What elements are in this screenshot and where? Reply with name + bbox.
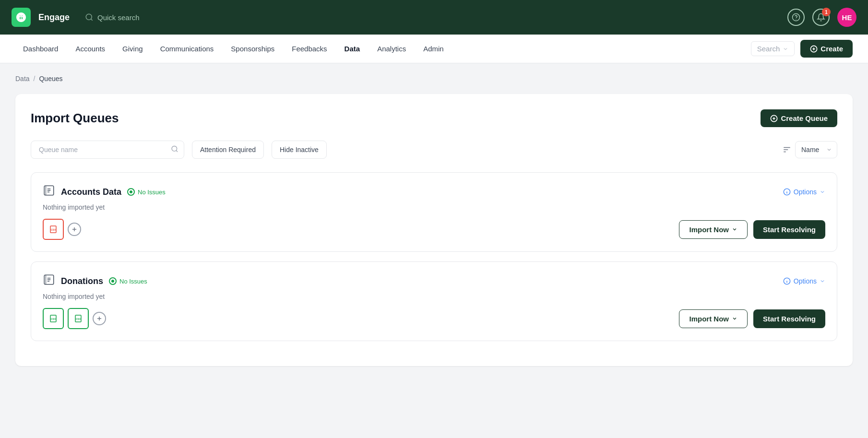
queue-accounts-status: No Issues: [127, 188, 166, 196]
nav-item-giving[interactable]: Giving: [115, 41, 151, 57]
content-area: Data / Queues Import Queues Create Queue…: [0, 63, 868, 378]
hide-inactive-button[interactable]: Hide Inactive: [272, 141, 327, 159]
sort-wrap: Name: [783, 141, 837, 158]
queue-accounts-title-row: Accounts Data No Issues: [43, 184, 166, 200]
plus-circle-icon-2: [770, 115, 778, 122]
svg-text:CSV: CSV: [76, 318, 81, 320]
plus-icon: [71, 226, 78, 233]
add-file-button-accounts[interactable]: [68, 223, 81, 236]
chevron-down-accounts: [820, 189, 825, 195]
accounts-data-icon: [43, 184, 55, 200]
queue-accounts-status-label: No Issues: [138, 189, 166, 196]
queue-donations-title-row: Donations No Issues: [43, 273, 147, 289]
app-name: Engage: [38, 12, 70, 23]
queue-accounts-actions: Import Now Start Resolving: [679, 220, 825, 239]
plus-circle-icon: [810, 45, 818, 53]
notifications-button[interactable]: 1: [812, 9, 830, 26]
queue-donations-options-label: Options: [794, 277, 817, 285]
queue-item-accounts: Accounts Data No Issues Options Nothing …: [31, 172, 837, 252]
info-icon-donations: [783, 277, 791, 285]
notification-badge: 1: [822, 8, 831, 16]
queue-accounts-options-label: Options: [794, 188, 817, 196]
sort-select[interactable]: Name: [795, 141, 837, 158]
queue-donations-status-label: No Issues: [119, 278, 147, 285]
svg-point-0: [86, 14, 92, 20]
import-now-button-accounts[interactable]: Import Now: [679, 220, 748, 239]
status-dot-donations: [109, 277, 117, 285]
status-dot-accounts: [127, 188, 135, 196]
nav-item-sponsorships[interactable]: Sponsorships: [223, 41, 282, 57]
queue-donations-nothing: Nothing imported yet: [43, 293, 825, 300]
quick-search[interactable]: Quick search: [85, 13, 780, 22]
queue-search-wrap: [31, 141, 184, 159]
svg-line-1: [91, 19, 93, 20]
chevron-down-import-donations: [732, 316, 737, 321]
queue-donations-actions: Import Now Start Resolving: [679, 309, 825, 328]
status-dot-inner-accounts: [130, 190, 132, 193]
chevron-down-import-accounts: [732, 226, 737, 232]
csv-file-donations-1[interactable]: CSV: [43, 308, 64, 329]
info-icon-accounts: [783, 188, 791, 196]
queue-donations-footer: CSV CSV Import Now Start Resolving: [43, 308, 825, 329]
queue-accounts-name: Accounts Data: [61, 187, 121, 197]
queue-accounts-options[interactable]: Options: [783, 188, 825, 196]
queue-search-input[interactable]: [31, 141, 184, 159]
topbar: Engage Quick search 1 HE: [0, 0, 868, 35]
search-icon-2: [171, 145, 178, 153]
queue-donations-files: CSV CSV: [43, 308, 106, 329]
page-card: Import Queues Create Queue Attention Req…: [15, 94, 853, 366]
csv-file-donations-2[interactable]: CSV: [68, 308, 89, 329]
nav-item-data[interactable]: Data: [337, 41, 368, 57]
nav-item-feedbacks[interactable]: Feedbacks: [284, 41, 334, 57]
svg-point-10: [172, 146, 177, 152]
nav-item-analytics[interactable]: Analytics: [369, 41, 414, 57]
add-file-button-donations[interactable]: [93, 312, 106, 325]
plus-icon-2: [96, 315, 103, 322]
filters-bar: Attention Required Hide Inactive Name: [31, 141, 837, 159]
import-now-label-donations: Import Now: [689, 315, 729, 323]
import-now-label-accounts: Import Now: [689, 225, 729, 234]
attention-required-button[interactable]: Attention Required: [192, 141, 264, 159]
queue-donations-header: Donations No Issues Options: [43, 273, 825, 289]
status-dot-inner-donations: [111, 280, 114, 283]
create-queue-label: Create Queue: [781, 114, 828, 122]
queue-donations-name: Donations: [61, 276, 103, 286]
app-logo[interactable]: [12, 8, 31, 27]
nav-item-admin[interactable]: Admin: [416, 41, 452, 57]
breadcrumb-separator: /: [34, 75, 36, 83]
help-icon: [792, 13, 800, 22]
queue-search-button[interactable]: [171, 145, 178, 154]
create-queue-button[interactable]: Create Queue: [761, 109, 837, 127]
topbar-right: 1 HE: [787, 8, 856, 27]
csv-file-accounts-red[interactable]: CSV: [43, 219, 64, 240]
start-resolving-button-donations[interactable]: Start Resolving: [753, 309, 825, 328]
chevron-down-donations: [820, 278, 825, 284]
mainnav-search[interactable]: Search: [751, 41, 795, 56]
nav-item-accounts[interactable]: Accounts: [68, 41, 113, 57]
breadcrumb-parent[interactable]: Data: [15, 75, 30, 83]
start-resolving-button-accounts[interactable]: Start Resolving: [753, 220, 825, 239]
main-nav: Dashboard Accounts Giving Communications…: [0, 35, 868, 63]
user-avatar[interactable]: HE: [837, 8, 856, 27]
donations-icon: [43, 273, 55, 289]
help-button[interactable]: [787, 9, 805, 26]
queue-accounts-files: CSV: [43, 219, 81, 240]
queue-accounts-nothing: Nothing imported yet: [43, 203, 825, 211]
queue-donations-options[interactable]: Options: [783, 277, 825, 285]
svg-line-11: [176, 151, 178, 152]
page-title: Import Queues: [31, 111, 119, 126]
mainnav-search-label: Search: [757, 45, 780, 53]
quick-search-label: Quick search: [97, 13, 140, 22]
chevron-down-icon: [783, 46, 788, 52]
search-icon: [85, 13, 94, 22]
sort-icon: [783, 145, 791, 154]
create-button[interactable]: Create: [800, 40, 853, 58]
queue-accounts-header: Accounts Data No Issues Options: [43, 184, 825, 200]
mainnav-right: Search Create: [751, 40, 853, 58]
page-header: Import Queues Create Queue: [31, 109, 837, 127]
nav-item-dashboard[interactable]: Dashboard: [15, 41, 66, 57]
svg-text:CSV: CSV: [51, 318, 56, 320]
nav-item-communications[interactable]: Communications: [153, 41, 222, 57]
breadcrumb: Data / Queues: [15, 75, 853, 83]
import-now-button-donations[interactable]: Import Now: [679, 309, 748, 328]
